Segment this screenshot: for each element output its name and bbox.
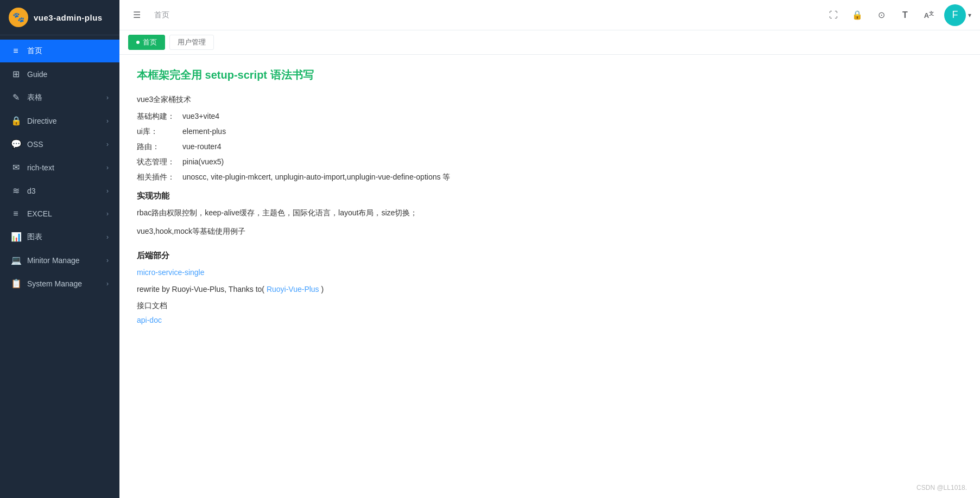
chart-icon: 📊	[11, 232, 21, 242]
directive-icon: 🔒	[11, 116, 21, 126]
monitor-icon: 💻	[11, 255, 21, 265]
header-right: ⛶ 🔒 ⊙ T A文 F ▾	[825, 4, 971, 26]
guide-icon: ⊞	[11, 69, 21, 79]
tech-row-4: 相关插件： unoscc, vite-plugin-mkcert, unplug…	[137, 173, 963, 182]
rewrite-line: rewrite by Ruoyi-Vue-Plus, Thanks to( Ru…	[137, 285, 963, 293]
system-icon: 📋	[11, 278, 21, 289]
ruoyi-link[interactable]: Ruoyi-Vue-Plus	[267, 285, 319, 293]
font-size-button[interactable]: T	[896, 7, 914, 24]
sidebar-item-label: Directive	[27, 117, 106, 125]
sidebar-item-label: 表格	[27, 93, 106, 103]
sidebar-item-label: OSS	[27, 140, 106, 149]
sidebar-item-directive[interactable]: 🔒 Directive ›	[0, 109, 119, 132]
backend-section-title: 后端部分	[137, 251, 963, 261]
lock-icon: 🔒	[852, 10, 863, 20]
api-doc-link[interactable]: api-doc	[137, 316, 162, 324]
tech-value: vue-router4	[182, 142, 222, 151]
backend-link-line: micro-service-single	[137, 266, 963, 279]
tabs-bar: 首页用户管理	[119, 30, 980, 55]
chevron-right-icon: ›	[106, 164, 109, 171]
hamburger-icon: ☰	[133, 10, 141, 20]
sidebar-item-label: Minitor Manage	[27, 256, 106, 265]
api-link-line: api-doc	[137, 314, 963, 327]
tab-dot	[136, 41, 140, 44]
sidebar-item-label: System Manage	[27, 279, 106, 288]
chevron-right-icon: ›	[106, 210, 109, 218]
home-icon: ≡	[11, 46, 21, 56]
notification-button[interactable]: ⊙	[872, 7, 890, 24]
tech-label: 状态管理：	[137, 157, 180, 167]
feature-section-title: 实现功能	[137, 191, 963, 201]
lock-button[interactable]: 🔒	[849, 7, 866, 24]
sidebar-item-label: rich-text	[27, 163, 106, 172]
rich-text-icon: ✉	[11, 162, 21, 173]
sidebar-logo: 🐾 vue3-admin-plus	[0, 0, 119, 35]
header: ☰ 首页 ⛶ 🔒 ⊙ T A文 F ▾	[119, 0, 980, 30]
sidebar-item-chart[interactable]: 📊 图表 ›	[0, 225, 119, 248]
sidebar-item-label: Guide	[27, 70, 109, 79]
sidebar-item-system[interactable]: 📋 System Manage ›	[0, 272, 119, 295]
tech-label: 相关插件：	[137, 173, 180, 182]
sidebar-item-oss[interactable]: 💬 OSS ›	[0, 132, 119, 156]
tech-value: pinia(vuex5)	[182, 157, 224, 166]
tab-user-manage[interactable]: 用户管理	[169, 35, 214, 50]
tech-row-0: 基础构建： vue3+vite4	[137, 112, 963, 122]
tech-value: unoscc, vite-plugin-mkcert, unplugin-aut…	[182, 173, 450, 182]
main-wrapper: ☰ 首页 ⛶ 🔒 ⊙ T A文 F ▾	[119, 0, 980, 498]
chevron-right-icon: ›	[106, 94, 109, 101]
app-title: vue3-admin-plus	[34, 13, 103, 22]
content-area: 本框架完全用 setup-script 语法书写 vue3全家桶技术 基础构建：…	[119, 55, 980, 498]
rewrite-text-after: )	[321, 285, 324, 293]
language-button[interactable]: A文	[920, 7, 938, 24]
sidebar: 🐾 vue3-admin-plus ≡ 首页 ⊞ Guide ✎ 表格 › 🔒 …	[0, 0, 119, 498]
logo-icon: 🐾	[9, 8, 28, 27]
avatar-letter: F	[952, 9, 958, 21]
rewrite-text-before: rewrite by Ruoyi-Vue-Plus, Thanks to(	[137, 285, 264, 293]
tab-home[interactable]: 首页	[128, 35, 165, 50]
bell-icon: ⊙	[878, 10, 885, 20]
tab-label: 首页	[143, 37, 157, 47]
oss-icon: 💬	[11, 139, 21, 149]
header-left: ☰ 首页	[128, 7, 169, 24]
excel-icon: ≡	[11, 209, 21, 219]
sidebar-item-table[interactable]: ✎ 表格 ›	[0, 86, 119, 109]
tech-table: 基础构建： vue3+vite4 ui库： element-plus 路由： v…	[137, 112, 963, 182]
fullscreen-button[interactable]: ⛶	[825, 7, 842, 24]
tech-label: 路由：	[137, 142, 180, 152]
sidebar-item-label: 图表	[27, 232, 106, 242]
footer-note: CSDN @LL1018.	[916, 484, 967, 491]
tab-label: 用户管理	[178, 37, 206, 47]
avatar-dropdown[interactable]: F ▾	[944, 4, 971, 26]
sidebar-item-home[interactable]: ≡ 首页	[0, 40, 119, 62]
sidebar-item-label: 首页	[27, 46, 109, 56]
sidebar-item-excel[interactable]: ≡ EXCEL ›	[0, 202, 119, 225]
feature-line-1: rbac路由权限控制，keep-alive缓存，主题色，国际化语言，layout…	[137, 207, 963, 220]
avatar[interactable]: F	[944, 4, 966, 26]
tech-row-1: ui库： element-plus	[137, 127, 963, 137]
tech-label: 基础构建：	[137, 112, 180, 122]
fullscreen-icon: ⛶	[829, 10, 838, 20]
menu-toggle-button[interactable]: ☰	[128, 7, 146, 24]
sidebar-item-label: d3	[27, 187, 106, 195]
language-icon: A文	[924, 10, 934, 20]
tech-value: element-plus	[182, 127, 226, 136]
sidebar-item-guide[interactable]: ⊞ Guide	[0, 62, 119, 86]
sidebar-item-d3[interactable]: ≋ d3 ›	[0, 179, 119, 202]
content-main-title: 本框架完全用 setup-script 语法书写	[137, 68, 963, 82]
tech-row-3: 状态管理： pinia(vuex5)	[137, 157, 963, 167]
chevron-down-icon: ▾	[968, 11, 971, 19]
sidebar-item-monitor[interactable]: 💻 Minitor Manage ›	[0, 248, 119, 272]
tech-value: vue3+vite4	[182, 112, 219, 120]
breadcrumb: 首页	[154, 10, 169, 20]
tech-stack-intro: vue3全家桶技术	[137, 93, 963, 106]
sidebar-item-rich-text[interactable]: ✉ rich-text ›	[0, 156, 119, 179]
micro-service-link[interactable]: micro-service-single	[137, 268, 204, 277]
feature-line-2: vue3,hook,mock等基础使用例子	[137, 225, 963, 238]
chevron-right-icon: ›	[106, 117, 109, 125]
sidebar-item-label: EXCEL	[27, 209, 106, 218]
sidebar-menu: ≡ 首页 ⊞ Guide ✎ 表格 › 🔒 Directive › 💬 OSS …	[0, 35, 119, 498]
table-icon: ✎	[11, 92, 21, 103]
tech-label: ui库：	[137, 127, 180, 137]
font-size-icon: T	[902, 10, 908, 20]
chevron-right-icon: ›	[106, 187, 109, 195]
